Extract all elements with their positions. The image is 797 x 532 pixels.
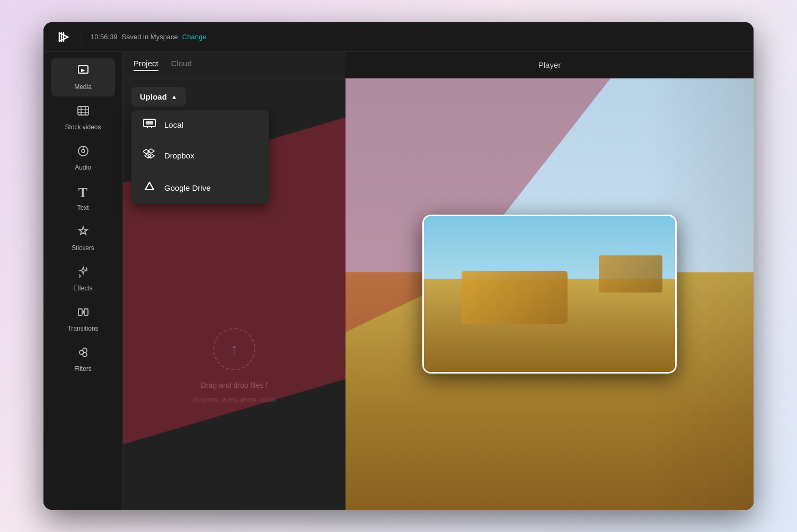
drag-drop-area: ↑ Drag and drop files f Supports: video,… — [123, 221, 346, 510]
preview-card — [422, 215, 677, 374]
sidebar-item-stock-videos[interactable]: Stock videos — [51, 99, 115, 137]
preview-card-inner — [424, 216, 675, 372]
transitions-icon — [77, 306, 90, 322]
divider — [82, 31, 82, 43]
player-area: Player — [346, 52, 754, 510]
chevron-up-icon: ▲ — [171, 93, 178, 101]
tab-cloud[interactable]: Cloud — [171, 59, 192, 71]
upload-up-icon: ↑ — [231, 341, 238, 358]
sidebar-item-media[interactable]: Media — [51, 58, 115, 96]
stickers-icon — [77, 225, 90, 241]
save-status: Saved in Myspace — [122, 33, 178, 41]
local-label: Local — [164, 120, 183, 129]
app-window: 10:56:39 Saved in Myspace Change Media — [43, 22, 754, 510]
svg-rect-1 — [78, 107, 88, 115]
sidebar-item-stock-label: Stock videos — [65, 123, 101, 131]
player-title: Player — [538, 60, 561, 69]
change-link[interactable]: Change — [182, 33, 207, 41]
tabs-bar: Project Cloud — [123, 52, 346, 78]
sidebar: Media Stock videos — [43, 52, 123, 510]
upload-option-dropbox[interactable]: Dropbox — [131, 139, 269, 172]
upload-label: Upload — [140, 92, 167, 101]
tab-project[interactable]: Project — [134, 59, 158, 71]
sidebar-item-text[interactable]: T Text — [51, 179, 115, 217]
svg-point-7 — [82, 149, 85, 153]
svg-point-13 — [83, 348, 87, 352]
sidebar-item-audio[interactable]: Audio — [51, 139, 115, 177]
sidebar-item-transitions[interactable]: Transitions — [51, 300, 115, 338]
upload-dropdown: Local Dropbox — [131, 110, 269, 204]
app-logo — [54, 28, 73, 47]
audio-icon — [77, 145, 90, 161]
sidebar-item-effects-label: Effects — [73, 285, 92, 292]
gdrive-label: Google Drive — [164, 183, 211, 192]
sidebar-item-text-label: Text — [77, 204, 88, 211]
gdrive-icon — [142, 180, 157, 196]
content-panel: Project Cloud Upload ▲ — [123, 52, 346, 510]
svg-rect-9 — [78, 309, 82, 315]
upload-section: Upload ▲ — [123, 78, 346, 115]
top-bar: 10:56:39 Saved in Myspace Change — [43, 22, 754, 52]
save-info: 10:56:39 Saved in Myspace Change — [91, 33, 206, 41]
svg-rect-0 — [78, 66, 88, 73]
stock-videos-icon — [77, 104, 90, 120]
sidebar-item-media-label: Media — [74, 83, 92, 91]
sidebar-item-audio-label: Audio — [75, 164, 91, 171]
dropbox-icon — [142, 148, 157, 163]
svg-point-14 — [83, 352, 87, 357]
sidebar-item-stickers-label: Stickers — [72, 244, 94, 252]
dropbox-label: Dropbox — [164, 151, 194, 160]
sidebar-item-transitions-label: Transitions — [67, 325, 98, 332]
media-icon — [77, 64, 90, 80]
drag-circle: ↑ — [213, 328, 255, 370]
upload-option-local[interactable]: Local — [131, 110, 269, 139]
filters-icon — [77, 346, 90, 362]
sidebar-item-filters[interactable]: Filters — [51, 340, 115, 378]
text-icon: T — [78, 185, 87, 201]
svg-rect-19 — [146, 121, 153, 125]
drag-drop-sub: Supports: video, photo, audio — [193, 396, 276, 403]
drag-drop-text: Drag and drop files f — [201, 381, 268, 389]
sidebar-item-effects[interactable]: Effects — [51, 260, 115, 298]
sidebar-item-filters-label: Filters — [74, 365, 92, 373]
upload-option-gdrive[interactable]: Google Drive — [131, 172, 269, 204]
player-content — [346, 78, 754, 510]
player-header: Player — [346, 52, 754, 78]
effects-icon — [77, 265, 90, 281]
main-area: Media Stock videos — [43, 52, 754, 510]
upload-button[interactable]: Upload ▲ — [131, 87, 186, 107]
local-icon — [142, 119, 157, 131]
sidebar-item-stickers[interactable]: Stickers — [51, 219, 115, 258]
timestamp: 10:56:39 — [91, 33, 118, 41]
